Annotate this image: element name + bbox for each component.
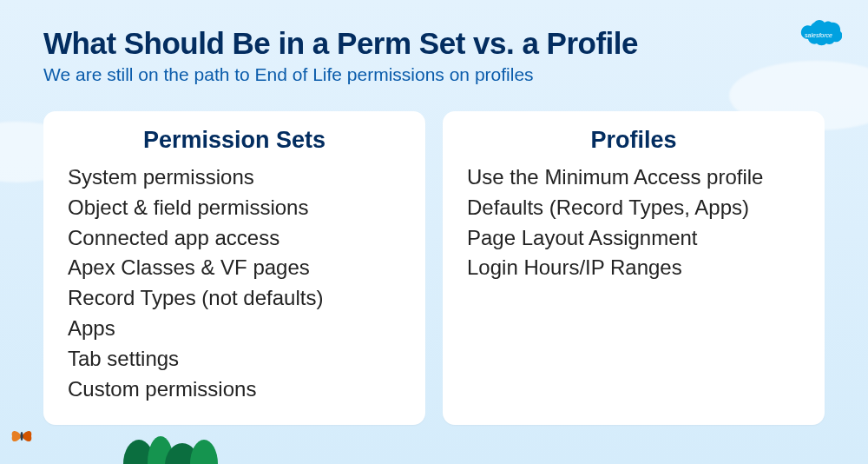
list-item: Object & field permissions [68, 193, 401, 223]
list-item: Login Hours/IP Ranges [467, 253, 800, 283]
list-item: Connected app access [68, 223, 401, 254]
list-item: Page Layout Assignment [467, 223, 800, 254]
svg-text:salesforce: salesforce [805, 32, 832, 38]
svg-point-5 [21, 432, 23, 441]
profiles-card: Profiles Use the Minimum Access profile … [443, 111, 825, 425]
list-item: Apps [68, 314, 401, 344]
list-item: Apex Classes & VF pages [68, 253, 401, 283]
card-title: Profiles [467, 127, 800, 154]
salesforce-logo-icon: salesforce [795, 17, 842, 50]
card-list: Use the Minimum Access profile Defaults … [467, 162, 800, 283]
list-item: Record Types (not defaults) [68, 283, 401, 314]
list-item: System permissions [68, 162, 401, 193]
page-subtitle: We are still on the path to End of Life … [43, 64, 825, 85]
svg-point-4 [190, 440, 218, 464]
list-item: Use the Minimum Access profile [467, 162, 800, 193]
header: What Should Be in a Perm Set vs. a Profi… [0, 0, 868, 94]
page-title: What Should Be in a Perm Set vs. a Profi… [43, 26, 825, 61]
list-item: Custom permissions [68, 375, 401, 405]
card-list: System permissions Object & field permis… [68, 162, 401, 404]
list-item: Defaults (Record Types, Apps) [467, 193, 800, 223]
cards-container: Permission Sets System permissions Objec… [0, 94, 868, 425]
butterfly-icon [9, 426, 35, 447]
permission-sets-card: Permission Sets System permissions Objec… [43, 111, 425, 425]
card-title: Permission Sets [68, 127, 401, 154]
plant-decoration-icon [113, 421, 252, 464]
list-item: Tab settings [68, 344, 401, 375]
